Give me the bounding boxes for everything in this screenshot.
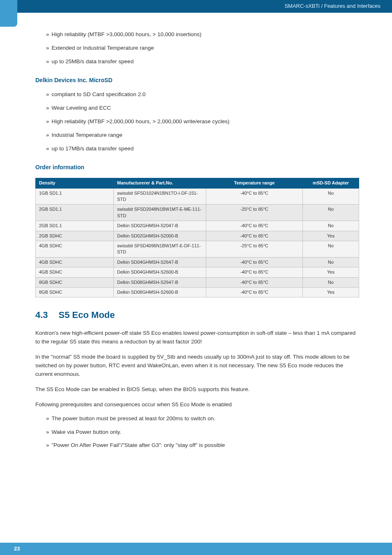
table-cell: 2GB SD1.1: [36, 221, 114, 231]
list-item-text: High reliability (MTBF >3,000,000 hours,…: [52, 31, 202, 39]
table-cell: Delkin SD02GHMSH-S2000-B: [114, 231, 206, 241]
table-cell: -40°C to 85°C: [206, 267, 303, 277]
table-cell: Yes: [303, 267, 359, 277]
table-cell: -40°C to 85°C: [206, 257, 303, 267]
table-cell: No: [303, 205, 359, 221]
table-cell: 2GB SD1.1: [36, 205, 114, 221]
section-name: S5 Eco Mode: [59, 310, 115, 320]
table-row: 4GB SDHCDelkin SD04GHMSH-S2600-B-40°C to…: [36, 267, 359, 277]
bullet-marker: »: [46, 31, 49, 39]
list-item: »Wake via Power button only.: [46, 428, 359, 436]
section-paragraph: In the "normal" S5 mode the board is sup…: [35, 353, 359, 379]
section-bullet-list: »The power button must be pressed at lea…: [46, 415, 359, 450]
section-title: 4.3S5 Eco Mode: [35, 309, 359, 322]
list-item-text: "Power On After Power Fail"/"State after…: [52, 442, 225, 449]
list-item: »compliant to SD Card specification 2.0: [46, 91, 359, 99]
order-info-table-wrap: Density Manufacturerer & Part.No. Temper…: [35, 178, 359, 297]
table-header-row: Density Manufacturerer & Part.No. Temper…: [36, 178, 359, 188]
list-item-text: compliant to SD Card specification 2.0: [52, 91, 146, 99]
table-cell: -40°C to 85°C: [206, 277, 303, 287]
table-cell: 4GB SDHC: [36, 267, 114, 277]
bullet-marker: »: [46, 442, 49, 449]
table-row: 4GB SDHCswissbit SFSD4096N1BW1MT-E-DF-11…: [36, 241, 359, 258]
table-cell: Delkin SD02GHMSH-S2047-B: [114, 221, 206, 231]
table-cell: 2GB SDHC: [36, 231, 114, 241]
list-item: »up to 17MB/s data transfer speed: [46, 145, 359, 153]
table-cell: -40°C to 85°C: [206, 221, 303, 231]
delkin-heading: Delkin Devices Inc. MicroSD: [35, 76, 359, 85]
table-cell: -25°C to 85°C: [206, 241, 303, 258]
page-number: 23: [14, 545, 20, 553]
list-item-text: Industrial Temperature range: [52, 131, 122, 139]
table-cell: -25°C to 85°C: [206, 205, 303, 221]
bullet-marker: »: [46, 428, 49, 436]
list-item-text: Extended or Industrial Temperature range: [52, 44, 154, 52]
table-cell: -40°C to 85°C: [206, 288, 303, 297]
section-number: 4.3: [35, 310, 48, 320]
table-cell: -40°C to 85°C: [206, 231, 303, 241]
table-cell: 8GB SDHC: [36, 288, 114, 297]
list-item-text: High reliability (MTBF >2,000,000 hours,…: [52, 118, 230, 126]
list-item: »Industrial Temperature range: [46, 131, 359, 139]
section-paragraph: Following prerequisites and consequences…: [35, 401, 359, 409]
col-density-header: Density: [36, 178, 114, 188]
list-item: »High reliability (MTBF >2,000,000 hours…: [46, 118, 359, 126]
table-row: 8GB SDHCDelkin SD08GHMSH-S2647-B-40°C to…: [36, 277, 359, 287]
table-cell: No: [303, 188, 359, 205]
table-row: 2GB SD1.1Delkin SD02GHMSH-S2047-B-40°C t…: [36, 221, 359, 231]
bullet-marker: »: [46, 104, 49, 112]
table-row: 4GB SDHCDelkin SD04GHMSH-S2647-B-40°C to…: [36, 257, 359, 267]
bullet-marker: »: [46, 415, 49, 423]
table-cell: swissbit SFSD1024N1BN1TO-I-DF-151-STD: [114, 188, 206, 205]
top-bullet-list: »High reliability (MTBF >3,000,000 hours…: [46, 31, 359, 66]
table-cell: No: [303, 257, 359, 267]
table-cell: No: [303, 221, 359, 231]
table-cell: swissbit SFSD4096N1BW1MT-E-DF-111-STD: [114, 241, 206, 258]
table-cell: swissbit SFSD2048N1BW1MT-E-ME-111-STD: [114, 205, 206, 221]
list-item: »High reliability (MTBF >3,000,000 hours…: [46, 31, 359, 39]
list-item-text: The power button must be pressed at leas…: [52, 415, 215, 423]
bullet-marker: »: [46, 58, 49, 66]
table-cell: Delkin SD04GHMSH-S2647-B: [114, 257, 206, 267]
section-paragraph: The S5 Eco Mode can be enabled in BIOS S…: [35, 385, 359, 394]
table-cell: Delkin SD08GHMSH-S2600-B: [114, 288, 206, 297]
table-cell: No: [303, 277, 359, 287]
table-cell: 4GB SDHC: [36, 241, 114, 258]
bullet-marker: »: [46, 91, 49, 99]
delkin-bullet-list: »compliant to SD Card specification 2.0 …: [46, 91, 359, 152]
side-tab: [0, 0, 17, 27]
order-info-table: Density Manufacturerer & Part.No. Temper…: [35, 178, 359, 297]
table-cell: 4GB SDHC: [36, 257, 114, 267]
list-item: »The power button must be pressed at lea…: [46, 415, 359, 423]
list-item-text: Wear Leveling and ECC: [52, 104, 111, 112]
order-info-heading: Order information: [35, 164, 359, 172]
breadcrumb: SMARC-sXBTi / Features and Interfaces: [284, 2, 380, 10]
list-item: »up to 25MB/s data transfer speed: [46, 58, 359, 66]
table-cell: -40°C to 85°C: [206, 188, 303, 205]
page-content: »High reliability (MTBF >3,000,000 hours…: [0, 0, 392, 449]
list-item: »Wear Leveling and ECC: [46, 104, 359, 112]
table-cell: Yes: [303, 288, 359, 297]
table-cell: Delkin SD08GHMSH-S2647-B: [114, 277, 206, 287]
bullet-marker: »: [46, 131, 49, 139]
section-paragraph: Kontron's new high-efficient power-off s…: [35, 329, 359, 346]
col-part-header: Manufacturerer & Part.No.: [114, 178, 206, 188]
list-item: »Extended or Industrial Temperature rang…: [46, 44, 359, 52]
bullet-marker: »: [46, 118, 49, 126]
bullet-marker: »: [46, 44, 49, 52]
list-item-text: up to 17MB/s data transfer speed: [52, 145, 134, 153]
table-cell: Yes: [303, 231, 359, 241]
bullet-marker: »: [46, 145, 49, 153]
table-cell: 8GB SDHC: [36, 277, 114, 287]
table-cell: No: [303, 241, 359, 258]
page-footer: 23: [0, 543, 392, 555]
table-row: 2GB SD1.1swissbit SFSD2048N1BW1MT-E-ME-1…: [36, 205, 359, 221]
page-header: SMARC-sXBTi / Features and Interfaces: [0, 0, 392, 13]
table-cell: 1GB SD1.1: [36, 188, 114, 205]
list-item: »"Power On After Power Fail"/"State afte…: [46, 442, 359, 449]
list-item-text: Wake via Power button only.: [52, 428, 122, 436]
order-table-body: 1GB SD1.1swissbit SFSD1024N1BN1TO-I-DF-1…: [36, 188, 359, 297]
col-adapter-header: mSD-SD Adapter: [303, 178, 359, 188]
col-temp-header: Temperature range: [206, 178, 303, 188]
table-cell: Delkin SD04GHMSH-S2600-B: [114, 267, 206, 277]
